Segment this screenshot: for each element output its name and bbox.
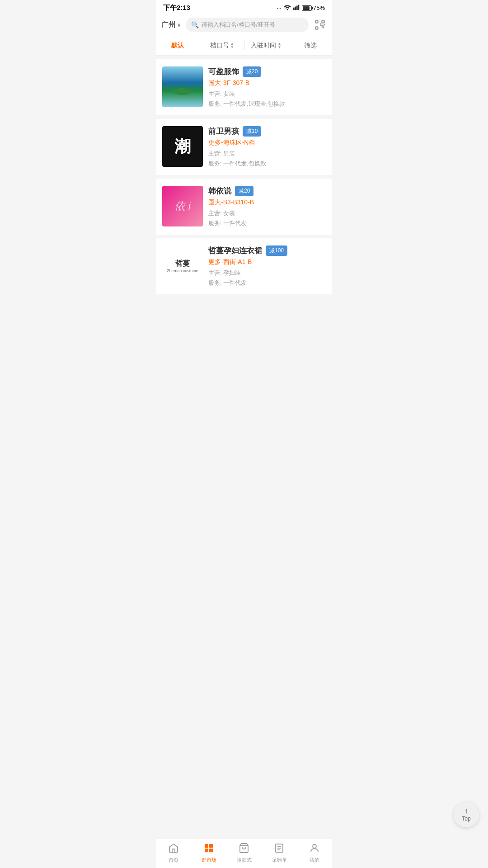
store-card-1[interactable]: 可盈服饰 减20 国大-3F-307-B 主营: 女装 服务: 一件代发,退现金… [156,59,332,115]
store-main-2: 主营: 男装 [208,150,326,158]
discount-badge-3: 减20 [235,186,253,196]
store-thumbnail-3: 依 i [162,186,203,226]
svg-rect-4 [298,5,299,10]
location-selector[interactable]: 广州 ∨ [161,20,181,30]
location-label: 广州 [161,20,176,30]
store-service-4: 服务: 一件代发 [208,279,326,287]
store-image-3: 依 i [162,186,203,226]
discount-badge-1: 减20 [243,66,261,77]
store-name-row-2: 前卫男孩 减10 [208,126,326,137]
store-thumbnail-4: 哲蔓 Zheman costume [162,245,203,286]
store-name-row-1: 可盈服饰 减20 [208,66,326,77]
stall-sort-arrows: ▲ ▼ [230,42,234,49]
store-name-3: 韩依说 [208,186,231,196]
sort-stall-number[interactable]: 档口号 ▲ ▼ [200,36,244,55]
store-thumbnail-2 [162,126,203,167]
store-main-4: 主营: 孕妇装 [208,269,326,277]
scan-icon[interactable] [313,18,327,32]
svg-rect-6 [322,20,324,23]
store-card-3[interactable]: 依 i 韩依说 减20 国大-B3-B310-B 主营: 女装 服务: 一件代发 [156,179,332,235]
sort-stall-label: 档口号 [210,42,229,50]
sort-join-label: 入驻时间 [251,42,276,50]
svg-rect-5 [315,20,318,23]
discount-badge-2: 减10 [243,126,261,137]
discount-badge-4: 减100 [266,245,287,256]
store-name-row-4: 哲蔓孕妇连衣裙 减100 [208,245,326,256]
store-image-4: 哲蔓 Zheman costume [162,245,203,286]
join-sort-arrows: ▲ ▼ [277,42,281,49]
sort-join-time[interactable]: 入驻时间 ▲ ▼ [244,36,288,55]
search-placeholder: 请输入档口名/档口号/旺旺号 [202,21,275,29]
svg-rect-2 [295,7,296,10]
sort-bar: 默认 档口号 ▲ ▼ 入驻时间 ▲ ▼ 筛选 [156,36,332,56]
header: 广州 ∨ 🔍 请输入档口名/档口号/旺旺号 [156,14,332,36]
store-info-1: 可盈服饰 减20 国大-3F-307-B 主营: 女装 服务: 一件代发,退现金… [208,66,326,108]
store-thumbnail-1 [162,66,203,107]
store-main-3: 主营: 女装 [208,209,326,217]
store-image-2 [162,126,203,167]
sort-default[interactable]: 默认 [156,36,200,55]
status-icons: ··· 75% [277,4,325,12]
svg-rect-1 [293,8,295,10]
store-name-row-3: 韩依说 减20 [208,186,326,196]
store-location-2: 更多-海珠区-N档 [208,139,326,147]
status-time: 下午2:13 [163,4,190,12]
store-info-4: 哲蔓孕妇连衣裙 减100 更多-西街-A1-B 主营: 孕妇装 服务: 一件代发 [208,245,326,287]
search-bar[interactable]: 🔍 请输入档口名/档口号/旺旺号 [186,18,309,32]
search-icon: 🔍 [191,21,199,28]
sort-filter-label: 筛选 [304,42,317,50]
svg-rect-7 [315,27,318,29]
sort-default-label: 默认 [171,42,184,50]
store-card-4[interactable]: 哲蔓 Zheman costume 哲蔓孕妇连衣裙 减100 更多-西街-A1-… [156,238,332,294]
store-name-2: 前卫男孩 [208,126,239,137]
svg-rect-3 [296,6,298,10]
store-info-2: 前卫男孩 减10 更多-海珠区-N档 主营: 男装 服务: 一件代发,包换款 [208,126,326,168]
store-name-4: 哲蔓孕妇连衣裙 [208,245,262,256]
store-image-1 [162,66,203,107]
store-list: 可盈服饰 减20 国大-3F-307-B 主营: 女装 服务: 一件代发,退现金… [156,59,332,294]
chevron-down-icon: ∨ [177,22,181,28]
store-name-1: 可盈服饰 [208,66,239,77]
battery-indicator: 75% [302,5,325,11]
store-location-3: 国大-B3-B310-B [208,198,326,207]
battery-percent: 75% [313,5,325,11]
store-service-2: 服务: 一件代发,包换款 [208,160,326,168]
sort-filter[interactable]: 筛选 [288,36,332,55]
wifi-icon [284,4,291,12]
status-bar: 下午2:13 ··· 75% [156,0,332,14]
signal-icon [293,4,300,12]
store-location-1: 国大-3F-307-B [208,79,326,87]
store-main-1: 主营: 女装 [208,90,326,98]
store-card-2[interactable]: 前卫男孩 减10 更多-海珠区-N档 主营: 男装 服务: 一件代发,包换款 [156,119,332,175]
dots-icon: ··· [277,5,282,11]
store-service-1: 服务: 一件代发,退现金,包换款 [208,100,326,108]
svg-point-0 [287,9,288,10]
store-service-3: 服务: 一件代发 [208,219,326,227]
store-info-3: 韩依说 减20 国大-B3-B310-B 主营: 女装 服务: 一件代发 [208,186,326,227]
store-location-4: 更多-西街-A1-B [208,258,326,266]
